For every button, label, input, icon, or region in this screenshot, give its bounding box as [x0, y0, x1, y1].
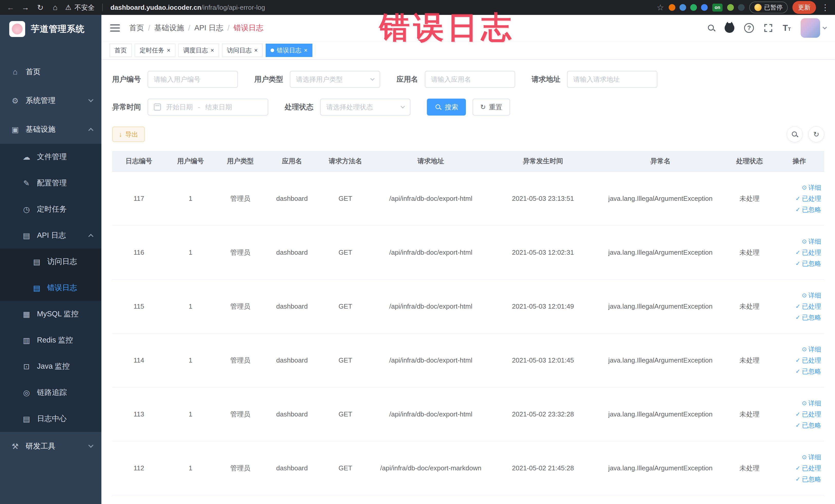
reload-icon[interactable]: ↻: [36, 3, 45, 12]
tab-1[interactable]: 定时任务×: [135, 44, 175, 57]
eye-icon: ⊙: [802, 238, 807, 245]
eye-icon: ⊙: [802, 346, 807, 353]
action-detail-link[interactable]: ⊙详细: [802, 345, 821, 354]
check-icon: ✓: [795, 368, 800, 375]
security-indicator[interactable]: ⚠ 不安全: [65, 3, 95, 12]
user-avatar-menu[interactable]: [801, 18, 826, 38]
action-label: 已忽略: [802, 313, 821, 322]
user-id-input[interactable]: [148, 71, 238, 88]
header-search-icon[interactable]: [708, 24, 715, 32]
sidebar-item-dev-tools[interactable]: ⚒研发工具: [0, 432, 101, 461]
tab-close-icon[interactable]: ×: [210, 47, 214, 54]
docs-help-icon[interactable]: ?: [744, 23, 754, 33]
sidebar-item-trace[interactable]: ◎链路追踪: [0, 380, 101, 406]
sidebar-item-scheduled-job[interactable]: ◷定时任务: [0, 196, 101, 222]
main-panel: 首页/基础设施/API 日志/错误日志 ? TT 首页定时任务×调度日志×访问日…: [101, 15, 835, 504]
sidebar-item-file-manage[interactable]: ☁文件管理: [0, 144, 101, 170]
sidebar-item-error-log[interactable]: ▤错误日志: [0, 275, 101, 301]
right-toolbar: ↻: [787, 126, 824, 142]
action-ignored-link[interactable]: ✓已忽略: [795, 205, 821, 214]
breadcrumb-item[interactable]: 基础设施: [154, 23, 184, 33]
column-header: 用户编号: [166, 151, 216, 172]
refresh-table-button[interactable]: ↻: [808, 126, 824, 142]
hamburger-icon[interactable]: [110, 24, 120, 32]
sidebar-item-api-log[interactable]: ▤API 日志: [0, 222, 101, 248]
breadcrumb-item[interactable]: API 日志: [194, 23, 223, 33]
search-button[interactable]: 搜索: [427, 99, 466, 116]
sidebar-item-redis-monitor[interactable]: ▥Redis 监控: [0, 327, 101, 353]
browser-menu-icon[interactable]: ⋮: [821, 3, 829, 12]
breadcrumb: 首页/基础设施/API 日志/错误日志: [129, 23, 263, 33]
cell-user-id: 1: [166, 279, 216, 333]
home-button-icon[interactable]: ⌂: [50, 3, 60, 12]
action-processed-link[interactable]: ✓已处理: [795, 248, 821, 257]
reset-button[interactable]: ↻ 重置: [472, 99, 510, 116]
action-detail-link[interactable]: ⊙详细: [802, 183, 821, 192]
user-type-select[interactable]: 请选择用户类型: [290, 71, 380, 88]
action-ignored-link[interactable]: ✓已忽略: [795, 367, 821, 376]
cell-time: 2021-05-02 21:45:28: [489, 441, 596, 495]
tab-4[interactable]: 错误日志×: [266, 44, 312, 57]
bookmark-star-icon[interactable]: ☆: [657, 3, 664, 12]
cell-method: GET: [319, 441, 372, 495]
sidebar-item-java-monitor[interactable]: ⊡Java 监控: [0, 353, 101, 380]
exception-time-range-picker[interactable]: 开始日期 - 结束日期: [148, 99, 268, 116]
action-processed-link[interactable]: ✓已处理: [795, 410, 821, 419]
tab-2[interactable]: 调度日志×: [178, 44, 219, 57]
action-ignored-link[interactable]: ✓已忽略: [795, 475, 821, 483]
table-row: 1121管理员dashboardGET/api/infra/db-doc/exp…: [112, 441, 824, 495]
sidebar-item-config-manage[interactable]: ✎配置管理: [0, 170, 101, 196]
end-date-placeholder: 结束日期: [205, 103, 232, 112]
fullscreen-icon[interactable]: [763, 23, 773, 33]
action-ignored-link[interactable]: ✓已忽略: [795, 259, 821, 268]
action-detail-link[interactable]: ⊙详细: [802, 237, 821, 246]
github-icon[interactable]: [725, 23, 734, 33]
action-processed-link[interactable]: ✓已处理: [795, 302, 821, 311]
sidebar-item-infrastructure[interactable]: ▣基础设施: [0, 115, 101, 144]
action-processed-link[interactable]: ✓已处理: [795, 464, 821, 472]
extension-on-badge[interactable]: on: [712, 4, 722, 12]
extension-icon[interactable]: [701, 4, 708, 11]
refresh-icon: ↻: [480, 104, 486, 110]
extension-icon[interactable]: [679, 4, 686, 11]
check-icon: ✓: [795, 249, 800, 256]
paused-badge[interactable]: 已暂停: [749, 2, 788, 13]
app-name-input[interactable]: [425, 71, 515, 88]
toggle-search-button[interactable]: [787, 126, 803, 142]
tab-0[interactable]: 首页: [109, 44, 132, 57]
table-header-row: 日志编号用户编号用户类型应用名请求方法名请求地址异常发生时间异常名处理状态操作: [112, 151, 824, 172]
sidebar-item-gear[interactable]: ⚙系统管理: [0, 86, 101, 115]
action-ignored-link[interactable]: ✓已忽略: [795, 421, 821, 429]
action-detail-link[interactable]: ⊙详细: [802, 399, 821, 407]
extension-icon[interactable]: [738, 4, 745, 11]
check-icon: ✓: [795, 465, 800, 472]
cell-exception: java.lang.IllegalArgumentException: [596, 441, 725, 495]
filter-user-id: 用户编号: [112, 71, 238, 88]
sidebar-item-home[interactable]: ⌂首页: [0, 58, 101, 86]
font-size-icon[interactable]: TT: [782, 23, 791, 33]
action-detail-link[interactable]: ⊙详细: [802, 291, 821, 300]
extension-icon[interactable]: [727, 4, 734, 11]
tab-close-icon[interactable]: ×: [254, 47, 258, 54]
update-button[interactable]: 更新: [792, 1, 816, 14]
action-ignored-link[interactable]: ✓已忽略: [795, 313, 821, 322]
action-processed-link[interactable]: ✓已处理: [795, 356, 821, 365]
sidebar-item-access-log[interactable]: ▤访问日志: [0, 248, 101, 275]
tab-close-icon[interactable]: ×: [304, 47, 307, 54]
request-url-input[interactable]: [567, 71, 657, 88]
breadcrumb-item[interactable]: 首页: [129, 23, 144, 33]
extension-icon[interactable]: [690, 4, 697, 11]
tab-close-icon[interactable]: ×: [167, 47, 170, 54]
extension-icon[interactable]: [669, 4, 675, 11]
sidebar-item-log-center[interactable]: ▤日志中心: [0, 406, 101, 432]
process-status-select[interactable]: 请选择处理状态: [320, 99, 410, 116]
forward-icon[interactable]: →: [21, 3, 30, 12]
back-icon[interactable]: ←: [6, 3, 15, 12]
tab-3[interactable]: 访问日志×: [222, 44, 263, 57]
export-button[interactable]: ↓ 导出: [112, 126, 145, 142]
action-processed-link[interactable]: ✓已处理: [795, 194, 821, 203]
address-bar[interactable]: dashboard.yudao.iocoder.cn/infra/log/api…: [110, 4, 265, 12]
action-detail-link[interactable]: ⊙详细: [802, 453, 821, 461]
sidebar-item-mysql-monitor[interactable]: ▦MySQL 监控: [0, 301, 101, 327]
app-logo[interactable]: 芋道管理系统: [0, 15, 101, 43]
